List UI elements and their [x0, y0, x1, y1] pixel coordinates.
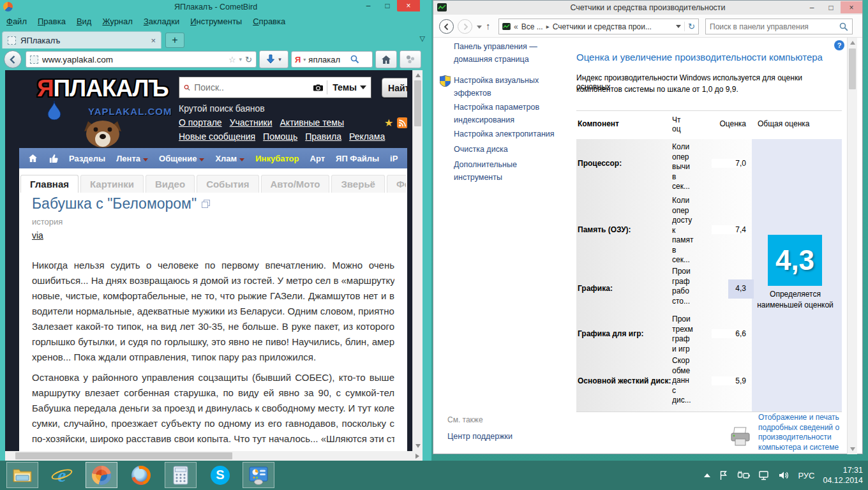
topics-dropdown[interactable]: Темы — [327, 80, 366, 94]
volume-icon[interactable] — [778, 470, 789, 480]
breadcrumb[interactable]: « Все ... ▸ Счетчики и средства прои... … — [498, 19, 699, 34]
sidebar-item-disk-cleanup[interactable]: Очистка диска — [454, 143, 567, 156]
print-details-link[interactable]: Отображение и печать подробных сведений … — [758, 413, 844, 452]
url-bar[interactable]: ☆ ▾ ↻ — [26, 51, 257, 68]
sidebar-item-advanced-tools[interactable]: Дополнительные инструменты — [454, 158, 567, 184]
forward-button[interactable] — [458, 19, 472, 34]
search-icon[interactable] — [350, 55, 359, 64]
addons-button[interactable] — [400, 50, 421, 68]
sidebar-item-visual-effects[interactable]: Настройка визуальных эффектов — [454, 74, 567, 100]
tab-close-icon[interactable]: × — [151, 36, 156, 45]
bookmark-star-icon[interactable]: ☆ — [228, 55, 236, 64]
scroll-up-icon[interactable] — [415, 73, 421, 77]
site-search-input[interactable] — [194, 82, 310, 93]
menu-history[interactable]: Журнал — [102, 17, 132, 26]
close-icon[interactable]: × — [841, 1, 862, 13]
cp-titlebar[interactable]: Счетчики и средства производительности –… — [433, 1, 862, 15]
back-button[interactable] — [4, 50, 22, 68]
taskbar-calculator[interactable] — [165, 462, 197, 488]
link-rules[interactable]: Правила — [305, 131, 341, 142]
nav-trash[interactable]: Хлам — [215, 154, 244, 163]
breadcrumb-current[interactable]: Счетчики и средства прои... — [553, 22, 673, 31]
site-search-box[interactable]: Темы — [179, 77, 371, 98]
back-button[interactable] — [439, 19, 454, 34]
taskbar-cometbird[interactable] — [86, 462, 117, 488]
tab-pictures[interactable]: Картинки — [80, 175, 144, 193]
breadcrumb-all-items[interactable]: Все ... — [521, 22, 543, 31]
minimize-icon[interactable]: – — [359, 0, 378, 11]
scrollbar-thumb[interactable] — [414, 80, 421, 126]
new-tab-button[interactable]: + — [165, 33, 184, 48]
url-dropdown-icon[interactable]: ▾ — [239, 56, 243, 63]
menu-bookmarks[interactable]: Закладки — [144, 17, 179, 26]
favorites-star-icon[interactable]: ★ — [384, 117, 393, 129]
nav-incubator[interactable]: Инкубатор — [255, 154, 299, 163]
hidden-icons-icon[interactable] — [704, 473, 710, 477]
up-level-icon[interactable]: ↑ — [486, 20, 491, 31]
search-icon[interactable] — [839, 22, 848, 31]
nav-yap-files[interactable]: ЯП Файлы — [336, 154, 379, 163]
scrollbar-thumb[interactable] — [15, 452, 232, 459]
nav-sections[interactable]: Разделы — [69, 154, 105, 163]
tab-video[interactable]: Видео — [146, 175, 195, 193]
maximize-icon[interactable]: □ — [378, 0, 397, 11]
reload-icon[interactable]: ↻ — [245, 55, 252, 64]
taskbar-firefox[interactable] — [125, 462, 157, 488]
maximize-icon[interactable]: □ — [821, 1, 841, 13]
vertical-scrollbar[interactable] — [412, 70, 423, 451]
taskbar-skype[interactable]: S — [204, 462, 236, 488]
download-button[interactable]: ▾ — [259, 50, 288, 68]
link-help[interactable]: Помощь — [263, 131, 297, 142]
browser-titlebar[interactable]: ЯПлакалъ - CometBird – □ × — [0, 0, 431, 13]
nav-feed[interactable]: Лента — [116, 154, 148, 163]
taskbar-clock[interactable]: 17:31 04.12.2014 — [823, 465, 863, 486]
menu-help[interactable]: Справка — [253, 17, 285, 26]
taskbar-control-panel[interactable] — [243, 462, 274, 488]
search-engine-box[interactable]: Я ▾ — [291, 51, 373, 68]
yandex-logo-icon[interactable]: Я — [295, 55, 301, 64]
link-active-topics[interactable]: Активные темы — [280, 117, 345, 128]
menu-edit[interactable]: Правка — [38, 17, 66, 26]
scrollbar-thumb[interactable] — [849, 48, 856, 89]
link-about[interactable]: О портале — [179, 117, 222, 128]
taskbar-file-explorer[interactable] — [6, 462, 38, 488]
menu-tools[interactable]: Инструменты — [190, 17, 242, 26]
close-icon[interactable]: × — [397, 0, 420, 11]
action-center-flag-icon[interactable] — [719, 470, 729, 480]
article-title[interactable]: Бабушка с "Беломором" — [32, 195, 210, 212]
find-button[interactable]: Найти — [382, 78, 407, 98]
breadcrumb-prefix-icon[interactable]: « — [514, 22, 518, 31]
cp-search-box[interactable] — [705, 19, 853, 34]
scroll-right-icon[interactable] — [415, 454, 419, 459]
camera-icon[interactable] — [313, 83, 323, 93]
minimize-icon[interactable]: – — [802, 1, 821, 13]
menu-file[interactable]: Файл — [6, 17, 27, 26]
vertical-scrollbar[interactable] — [847, 38, 857, 454]
home-button[interactable] — [375, 50, 397, 68]
network-icon[interactable] — [758, 470, 770, 480]
download-dropdown-icon[interactable]: ▾ — [278, 56, 281, 63]
nav-iphone[interactable]: iP — [390, 154, 398, 163]
sidebar-item-power[interactable]: Настройка электропитания — [454, 128, 567, 140]
help-icon[interactable]: ? — [834, 40, 844, 50]
power-icon[interactable] — [737, 470, 750, 480]
rss-icon[interactable] — [397, 117, 407, 128]
tab-main[interactable]: Главная — [20, 175, 79, 193]
thumbs-up-icon[interactable] — [49, 154, 58, 163]
scroll-up-icon[interactable] — [850, 41, 855, 45]
article-via-link[interactable]: via — [32, 230, 43, 241]
scroll-down-icon[interactable] — [415, 444, 421, 448]
history-dropdown-icon[interactable] — [477, 26, 482, 29]
site-logo[interactable]: ЯПЛАКАЛЪ — [37, 75, 168, 102]
link-new-messages[interactable]: Новые сообщения — [179, 131, 255, 142]
engine-search-input[interactable] — [308, 55, 348, 64]
tab-events[interactable]: События — [197, 175, 258, 193]
tab-photoshop[interactable]: Фотожаба — [387, 175, 406, 193]
refresh-icon[interactable]: ↻ — [684, 22, 695, 31]
menu-view[interactable]: Вид — [77, 17, 92, 26]
nav-art[interactable]: Арт — [310, 154, 326, 163]
cp-search-input[interactable] — [710, 22, 836, 31]
link-members[interactable]: Участники — [230, 117, 273, 128]
sidebar-item-indexing[interactable]: Настройка параметров индексирования — [454, 101, 567, 126]
language-indicator[interactable]: РУС — [798, 471, 814, 480]
